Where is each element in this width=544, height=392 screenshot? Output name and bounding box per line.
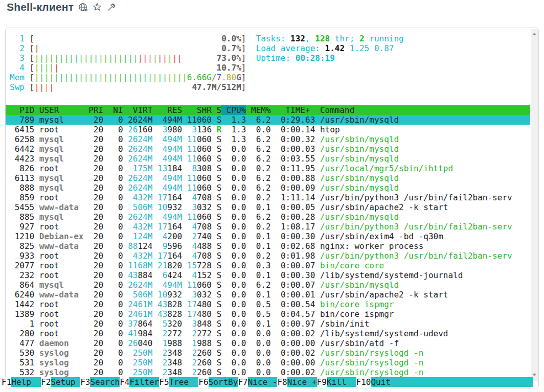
process-row-477[interactable]: 477 daemon 20 0 26040 1988 1988 S 0.0 0.… <box>10 338 530 348</box>
process-row-888[interactable]: 888 mysql 20 0 2624M 494M 11060 S 0.0 6.… <box>10 183 530 193</box>
fn-key-f1[interactable]: F1 <box>2 377 11 387</box>
process-row-826[interactable]: 826 root 20 0 175M 13184 8308 S 0.0 0.2 … <box>10 164 530 173</box>
fn-key-f5[interactable]: F5 <box>159 377 169 387</box>
process-row-280[interactable]: 280 root 20 0 41984 2272 2272 S 0.0 0.0 … <box>10 329 530 338</box>
fn-label-filter[interactable]: Filter <box>129 377 159 387</box>
fn-label-setup[interactable]: Setup <box>51 377 80 387</box>
fn-key-f7[interactable]: F7 <box>238 377 247 387</box>
process-row-5455[interactable]: 5455 www-data 20 0 506M 10932 3032 S 0.0… <box>10 202 530 212</box>
fn-label-nice-[interactable]: Nice - <box>248 377 278 387</box>
page-header: Shell-клиент <box>7 1 117 13</box>
scrollbar[interactable] <box>531 29 538 381</box>
htop-screen[interactable]: 1 [ 0.0%] Tasks: 132, 128 thr; 2 running… <box>6 28 530 388</box>
process-row-885[interactable]: 885 mysql 20 0 2624M 494M 11060 S 0.0 6.… <box>10 212 530 222</box>
fn-key-f6[interactable]: F6 <box>198 377 208 387</box>
pin-icon[interactable] <box>107 3 117 12</box>
star-icon[interactable] <box>93 3 102 12</box>
process-row-6258[interactable]: 6258 mysql 20 0 2624M 494M 11060 S 1.3 6… <box>10 134 530 144</box>
process-row-531[interactable]: 531 syslog 20 0 250M 2348 2260 S 0.0 0.0… <box>10 358 530 367</box>
process-row-1389[interactable]: 1389 root 20 0 2461M 43828 17480 S 0.0 0… <box>10 309 530 319</box>
fn-key-f2[interactable]: F2 <box>41 377 51 387</box>
fn-label-kill[interactable]: Kill <box>327 377 356 387</box>
meter-cpu-1: 1 [ 0.0%] Tasks: 132, 128 thr; 2 running <box>10 34 530 43</box>
process-row-2077[interactable]: 2077 root 20 0 1168M 21820 15728 S 0.0 0… <box>10 261 530 270</box>
fn-label-sortby[interactable]: SortBy <box>209 377 238 387</box>
fn-label-quit[interactable]: Quit <box>371 377 533 387</box>
globe-link-icon[interactable] <box>78 3 88 12</box>
process-row-789[interactable]: 789 mysql 20 0 2624M 494M 11060 S 1.3 6.… <box>6 115 530 125</box>
meter-cpu-3: 3 [|||||||||||||||||||||||||||||| 73.0%]… <box>10 53 530 63</box>
process-row-1210[interactable]: 1210 Debian-ex 20 0 124M 4200 2740 S 0.0… <box>10 232 530 241</box>
fn-label-help[interactable]: Help <box>11 377 41 387</box>
fn-key-f3[interactable]: F3 <box>80 377 90 387</box>
process-row-825[interactable]: 825 www-data 20 0 88124 9596 4488 S 0.0 … <box>10 241 530 251</box>
process-row-6240[interactable]: 6240 www-data 20 0 506M 10932 3032 S 0.0… <box>10 290 530 299</box>
fn-key-f4[interactable]: F4 <box>120 377 129 387</box>
shell-terminal-panel[interactable]: 1 [ 0.0%] Tasks: 132, 128 thr; 2 running… <box>5 28 539 388</box>
meter-swp: Swp [|||| 47.7M/512M] <box>10 82 530 92</box>
fn-key-f8[interactable]: F8 <box>277 377 287 387</box>
scrollbar-down-icon[interactable] <box>532 374 536 376</box>
table-header[interactable]: PID USER PRI NI VIRT RES SHR S CPU% MEM%… <box>6 105 530 115</box>
process-row-532[interactable]: 532 syslog 20 0 250M 2348 2260 S 0.0 0.0… <box>10 367 530 377</box>
function-key-bar[interactable]: F1Help F2Setup F3SearchF4FilterF5Tree F6… <box>2 377 533 387</box>
meter-cpu-4: 4 [||||| 10.7%] <box>10 63 530 73</box>
process-row-927[interactable]: 927 root 20 0 432M 17164 4708 S 0.0 0.2 … <box>10 222 530 232</box>
process-row-1[interactable]: 1 root 20 0 37864 5320 3848 S 0.0 0.1 0:… <box>10 319 530 329</box>
process-row-864[interactable]: 864 mysql 20 0 2624M 494M 11060 S 0.0 6.… <box>10 280 530 290</box>
process-row-859[interactable]: 859 root 20 0 432M 17164 4708 S 0.0 0.2 … <box>10 193 530 202</box>
process-row-1442[interactable]: 1442 root 20 0 2461M 43828 17480 S 0.0 0… <box>10 299 530 309</box>
process-row-6113[interactable]: 6113 mysql 20 0 2624M 494M 11060 S 0.0 6… <box>10 173 530 183</box>
page-title: Shell-клиент <box>7 1 74 13</box>
process-row-232[interactable]: 232 root 20 0 43884 6424 4152 S 0.0 0.1 … <box>10 270 530 280</box>
fn-key-f9[interactable]: F9 <box>317 377 327 387</box>
meter-mem: Mem [|||||||||||||||||||||||||||||||6.66… <box>10 73 530 82</box>
fn-label-nice-[interactable]: Nice + <box>287 377 317 387</box>
fn-label-tree[interactable]: Tree <box>169 377 199 387</box>
process-row-933[interactable]: 933 root 20 0 432M 17164 4708 S 0.0 0.2 … <box>10 251 530 261</box>
process-row-4423[interactable]: 4423 mysql 20 0 2624M 494M 11060 S 0.0 6… <box>10 154 530 164</box>
fn-key-f10[interactable]: F10 <box>356 377 371 387</box>
meter-cpu-2: 2 [| 0.7%] Load average: 1.42 1.25 0.87 <box>10 43 530 53</box>
spacer-line <box>10 92 530 105</box>
process-row-530[interactable]: 530 syslog 20 0 250M 2348 2260 S 0.0 0.0… <box>10 348 530 358</box>
process-row-6442[interactable]: 6442 mysql 20 0 2624M 494M 11060 S 0.0 6… <box>10 144 530 154</box>
process-row-6415[interactable]: 6415 root 20 0 26160 3980 3136 R 1.3 0.0… <box>10 125 530 134</box>
fn-label-search[interactable]: Search <box>90 377 120 387</box>
scrollbar-up-icon[interactable] <box>532 33 536 35</box>
